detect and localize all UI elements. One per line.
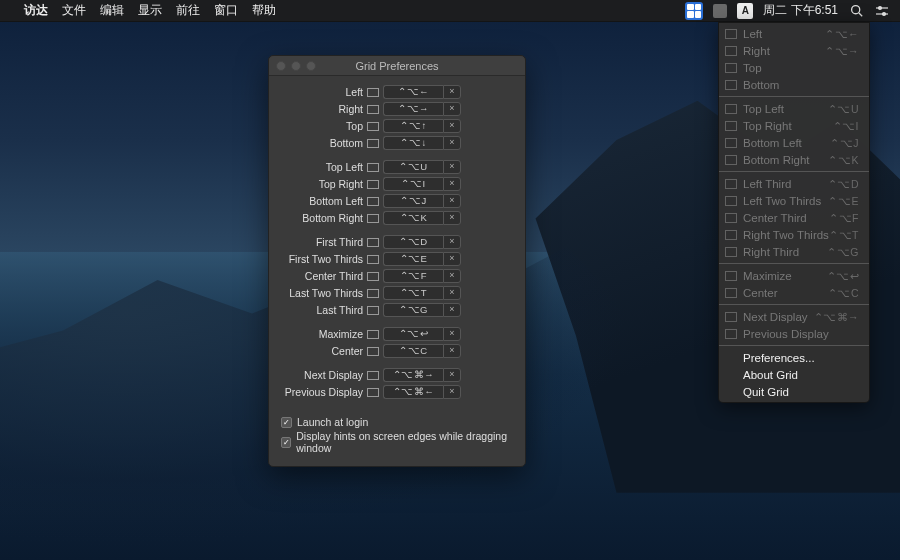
position-icon (367, 255, 379, 264)
grid-app-menubar-icon[interactable] (685, 2, 703, 20)
dropdown-item-label: Previous Display (743, 328, 859, 340)
menu-go[interactable]: 前往 (176, 2, 200, 19)
pref-row: Top Left⌃⌥U× (279, 159, 515, 175)
text-input-indicator-icon[interactable]: A (737, 3, 753, 19)
shortcut-clear-button[interactable]: × (443, 194, 461, 208)
dropdown-item: Next Display⌃⌥⌘→ (719, 308, 869, 325)
shortcut-clear-button[interactable]: × (443, 269, 461, 283)
position-icon (367, 122, 379, 131)
dropdown-item-label: Left Two Thirds (743, 195, 828, 207)
pref-row: Last Third⌃⌥G× (279, 302, 515, 318)
shortcut-input[interactable]: ⌃⌥E (383, 252, 443, 266)
dropdown-item-label: Top (743, 62, 859, 74)
close-button[interactable] (276, 61, 286, 71)
dropdown-item: Previous Display (719, 325, 869, 342)
checkbox[interactable]: ✓ (281, 437, 291, 448)
position-icon (367, 371, 379, 380)
dropdown-item: Maximize⌃⌥↩ (719, 267, 869, 284)
shortcut-clear-button[interactable]: × (443, 160, 461, 174)
shortcut-clear-button[interactable]: × (443, 344, 461, 358)
clock[interactable]: 周二 下午6:51 (763, 2, 838, 19)
shortcut-clear-button[interactable]: × (443, 303, 461, 317)
shortcut-input[interactable]: ⌃⌥← (383, 85, 443, 99)
position-icon (725, 247, 737, 257)
shortcut-input[interactable]: ⌃⌥↓ (383, 136, 443, 150)
menubar: 访达 文件 编辑 显示 前往 窗口 帮助 A 周二 下午6:51 (0, 0, 900, 22)
shortcut-clear-button[interactable]: × (443, 252, 461, 266)
pref-row: Center Third⌃⌥F× (279, 268, 515, 284)
menu-edit[interactable]: 编辑 (100, 2, 124, 19)
shortcut-input[interactable]: ⌃⌥J (383, 194, 443, 208)
dropdown-item-label: Right (743, 45, 825, 57)
shortcut-input[interactable]: ⌃⌥F (383, 269, 443, 283)
pref-row-label: Last Third (279, 304, 367, 316)
position-icon (367, 139, 379, 148)
position-icon (725, 288, 737, 298)
minimize-button[interactable] (291, 61, 301, 71)
shortcut-clear-button[interactable]: × (443, 119, 461, 133)
shortcut-clear-button[interactable]: × (443, 368, 461, 382)
svg-point-0 (851, 6, 859, 14)
menu-file[interactable]: 文件 (62, 2, 86, 19)
window-titlebar[interactable]: Grid Preferences (269, 56, 525, 76)
position-icon (725, 29, 737, 39)
shortcut-clear-button[interactable]: × (443, 211, 461, 225)
svg-line-1 (858, 13, 861, 16)
checkbox[interactable]: ✓ (281, 417, 292, 428)
shortcut-input[interactable]: ⌃⌥C (383, 344, 443, 358)
shortcut-input[interactable]: ⌃⌥I (383, 177, 443, 191)
menu-app[interactable]: 访达 (24, 2, 48, 19)
shortcut-input[interactable]: ⌃⌥↑ (383, 119, 443, 133)
dropdown-item[interactable]: About Grid (719, 366, 869, 383)
shortcut-clear-button[interactable]: × (443, 286, 461, 300)
dropdown-item-shortcut: ⌃⌥T (829, 229, 859, 241)
shortcut-input[interactable]: ⌃⌥K (383, 211, 443, 225)
spotlight-icon[interactable] (848, 3, 864, 19)
dropdown-item: Right Two Thirds⌃⌥T (719, 226, 869, 243)
shortcut-clear-button[interactable]: × (443, 85, 461, 99)
position-icon (725, 46, 737, 56)
input-source-icon[interactable] (713, 4, 727, 18)
shortcut-input[interactable]: ⌃⌥↩ (383, 327, 443, 341)
shortcut-clear-button[interactable]: × (443, 136, 461, 150)
dropdown-item-label: Bottom (743, 79, 859, 91)
pref-checkbox-row[interactable]: ✓Launch at login (281, 416, 525, 428)
pref-row-label: Bottom (279, 137, 367, 149)
shortcut-input[interactable]: ⌃⌥D (383, 235, 443, 249)
shortcut-clear-button[interactable]: × (443, 385, 461, 399)
control-center-icon[interactable] (874, 3, 890, 19)
shortcut-clear-button[interactable]: × (443, 102, 461, 116)
pref-row: Center⌃⌥C× (279, 343, 515, 359)
pref-row-label: Top Left (279, 161, 367, 173)
pref-row: Bottom Left⌃⌥J× (279, 193, 515, 209)
position-icon (367, 388, 379, 397)
dropdown-item-shortcut: ⌃⌥I (833, 120, 859, 132)
shortcut-input[interactable]: ⌃⌥T (383, 286, 443, 300)
position-icon (367, 214, 379, 223)
pref-row: Right⌃⌥→× (279, 101, 515, 117)
dropdown-item: Top (719, 59, 869, 76)
shortcut-clear-button[interactable]: × (443, 235, 461, 249)
menu-window[interactable]: 窗口 (214, 2, 238, 19)
dropdown-item: Left⌃⌥← (719, 25, 869, 42)
menu-help[interactable]: 帮助 (252, 2, 276, 19)
menu-view[interactable]: 显示 (138, 2, 162, 19)
shortcut-clear-button[interactable]: × (443, 177, 461, 191)
shortcut-input[interactable]: ⌃⌥⌘→ (383, 368, 443, 382)
dropdown-item-shortcut: ⌃⌥E (828, 195, 859, 207)
dropdown-item-shortcut: ⌃⌥U (828, 103, 859, 115)
shortcut-input[interactable]: ⌃⌥G (383, 303, 443, 317)
zoom-button[interactable] (306, 61, 316, 71)
position-icon (725, 312, 737, 322)
shortcut-input[interactable]: ⌃⌥⌘← (383, 385, 443, 399)
pref-checkbox-row[interactable]: ✓Display hints on screen edges while dra… (281, 430, 525, 454)
dropdown-item[interactable]: Quit Grid (719, 383, 869, 400)
shortcut-input[interactable]: ⌃⌥→ (383, 102, 443, 116)
dropdown-item[interactable]: Preferences... (719, 349, 869, 366)
position-icon (367, 163, 379, 172)
pref-row-label: Center (279, 345, 367, 357)
position-icon (367, 105, 379, 114)
shortcut-input[interactable]: ⌃⌥U (383, 160, 443, 174)
position-icon (725, 196, 737, 206)
shortcut-clear-button[interactable]: × (443, 327, 461, 341)
